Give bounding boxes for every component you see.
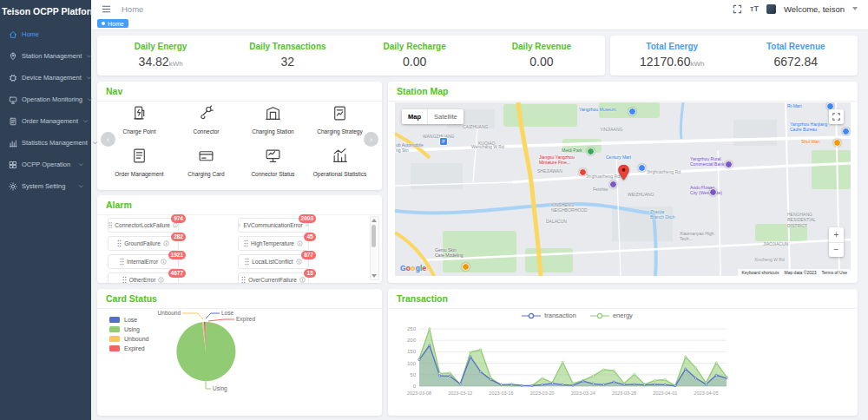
stat-label: Daily Transactions xyxy=(224,42,351,51)
legend-energy[interactable]: energy xyxy=(590,312,633,319)
svg-text:Expired: Expired xyxy=(236,316,255,323)
map-poi-pin[interactable] xyxy=(709,188,717,196)
parking-pin[interactable]: P xyxy=(439,137,448,146)
avatar[interactable] xyxy=(766,4,776,14)
nav-item-charging-card[interactable]: Charging Card xyxy=(173,147,240,177)
transaction-chart: 0501001502002502023-03-082023-03-122023-… xyxy=(395,322,760,412)
nav-item-label: Operational Statistics xyxy=(306,171,373,177)
connector-icon xyxy=(197,104,215,122)
stat-daily-revenue: Daily Revenue 0.00 xyxy=(478,36,605,75)
nav-item-connector-status[interactable]: Connector Status xyxy=(240,147,306,177)
sidebar-item-order-management[interactable]: Order Management xyxy=(0,110,91,132)
sidebar-item-ocpp-operation[interactable]: OCPP Operation xyxy=(0,154,91,175)
map-poi-pin[interactable] xyxy=(462,263,470,271)
sidebar-item-statistics-management[interactable]: Statistics Management xyxy=(0,132,91,154)
scrollbar-thumb[interactable] xyxy=(372,225,376,247)
map-poi-pin[interactable] xyxy=(609,180,617,188)
tag-home[interactable]: Home xyxy=(97,19,128,28)
alarm-item-connectorlockfailure[interactable]: ConnectorLockFailure974 xyxy=(108,218,179,233)
map-label: Xiaomanyao High Tech... xyxy=(680,231,713,242)
svg-text:250: 250 xyxy=(407,326,417,331)
legend-label: transaction xyxy=(544,312,576,319)
sidebar-collapse-icon[interactable] xyxy=(102,4,111,14)
chevron-down-icon xyxy=(82,118,89,124)
card-status-title: Card Status xyxy=(97,289,382,309)
order-icon xyxy=(9,117,17,126)
map-label: Jiangsu Yangzhou Miniature Fine... xyxy=(539,154,575,166)
sidebar-item-home[interactable]: Home xyxy=(0,23,91,45)
map-button[interactable]: Map xyxy=(402,109,427,124)
sidebar-item-system-setting[interactable]: System Setting xyxy=(0,175,91,197)
alarm-card: Alarm ConnectorLockFailure974EVCommunica… xyxy=(97,195,382,283)
sidebar-item-operation-monitoring[interactable]: Operation Monitoring xyxy=(0,89,91,110)
map-poi-pin[interactable] xyxy=(842,128,850,135)
stat-unit: kWh xyxy=(169,60,183,68)
device-icon xyxy=(9,74,17,82)
nav-item-charge-point[interactable]: Charge Point xyxy=(106,104,173,135)
breadcrumb[interactable]: Home xyxy=(122,4,143,14)
tag-label: Home xyxy=(108,21,124,27)
svg-text:50: 50 xyxy=(410,372,416,377)
nav-item-order-management[interactable]: Order Management xyxy=(106,147,173,177)
info-icon xyxy=(163,240,169,246)
info-icon xyxy=(297,240,303,246)
map-poi-pin[interactable] xyxy=(579,168,587,176)
map-poi-pin[interactable] xyxy=(587,148,595,155)
scroll-down-icon[interactable] xyxy=(372,274,377,278)
svg-text:2023-03-08: 2023-03-08 xyxy=(407,390,431,396)
nav-item-charging-station[interactable]: Charging Station xyxy=(240,104,306,135)
tag-dot-icon xyxy=(102,22,105,25)
caret-down-icon[interactable] xyxy=(852,7,858,10)
font-size-icon[interactable]: тT xyxy=(750,4,759,13)
map-poi-pin[interactable] xyxy=(638,164,646,172)
chevron-down-icon xyxy=(87,96,93,102)
daily-stats-card: Daily Energy 34.82kWh Daily Transactions… xyxy=(97,36,605,75)
map-label: JIAOJIACUN xyxy=(763,241,788,246)
charging-strategy-icon xyxy=(331,104,349,122)
alarm-item-overcurrentfailure[interactable]: OverCurrentFailure13 xyxy=(238,272,309,283)
alarm-label: ConnectorLockFailure xyxy=(115,222,170,228)
alarm-item-groundfailure[interactable]: GroundFailure282 xyxy=(108,236,179,251)
carousel-prev-button[interactable]: ‹ xyxy=(101,132,115,147)
svg-text:0: 0 xyxy=(413,384,417,389)
map-poi-pin[interactable] xyxy=(725,161,733,168)
drag-handle-icon xyxy=(239,221,240,229)
zoom-out-button[interactable]: − xyxy=(829,243,844,258)
alarm-item-hightemperature[interactable]: HighTemperature45 xyxy=(238,236,309,251)
legend-transaction[interactable]: transaction xyxy=(522,312,576,319)
charging-card-icon xyxy=(197,147,215,165)
tag-bar: Home xyxy=(91,17,868,30)
zoom-in-button[interactable]: + xyxy=(829,227,844,243)
alarm-item-othererror[interactable]: OtherError4677 xyxy=(108,272,179,283)
alarm-item-locallistconflict[interactable]: LocalListConflict877 xyxy=(238,254,309,269)
alarm-item-evcommunicationerror[interactable]: EVCommunicationError2003 xyxy=(238,218,309,233)
map-label: Gemu Skin Care Modeling xyxy=(435,247,464,259)
satellite-button[interactable]: Satellite xyxy=(427,109,464,124)
google-map[interactable]: Yangzhou MuseumRt-MartYangzhou Hanjiang … xyxy=(395,102,851,276)
terms-link[interactable]: Terms of Use xyxy=(822,270,847,275)
fullscreen-icon[interactable] xyxy=(733,4,742,14)
keyboard-shortcuts-link[interactable]: Keyboard shortcuts xyxy=(741,270,779,275)
map-label: DALACUN xyxy=(546,219,567,224)
map-label: Meidi Park xyxy=(562,148,582,153)
alarm-scrollbar[interactable] xyxy=(370,216,379,280)
svg-text:200: 200 xyxy=(407,338,417,343)
nav-item-connector[interactable]: Connector xyxy=(173,104,240,135)
setting-icon xyxy=(9,182,17,191)
alarm-item-internalerror[interactable]: InternalError1921 xyxy=(108,254,179,269)
sidebar-item-device-management[interactable]: Device Management xyxy=(0,67,91,89)
alarm-card-title: Alarm xyxy=(97,195,382,215)
map-fullscreen-button[interactable] xyxy=(829,109,844,124)
sidebar-item-station-management[interactable]: Station Management xyxy=(0,45,91,67)
carousel-next-button[interactable]: › xyxy=(364,132,378,147)
nav-item-operational-statistics[interactable]: Operational Statistics xyxy=(306,147,373,177)
scroll-up-icon[interactable] xyxy=(372,219,377,222)
map-poi-pin[interactable] xyxy=(628,108,636,115)
svg-text:Unbound: Unbound xyxy=(158,310,181,316)
nav-item-charging-strategy[interactable]: Charging Strategy xyxy=(306,104,373,135)
sidebar: Teison OCPP Platform HomeStation Managem… xyxy=(0,0,91,420)
map-poi-pin[interactable] xyxy=(833,139,841,147)
user-menu-label[interactable]: Welcome, teison xyxy=(784,4,845,14)
alarm-count-badge: 877 xyxy=(301,251,316,259)
station-marker-icon[interactable] xyxy=(618,165,629,180)
